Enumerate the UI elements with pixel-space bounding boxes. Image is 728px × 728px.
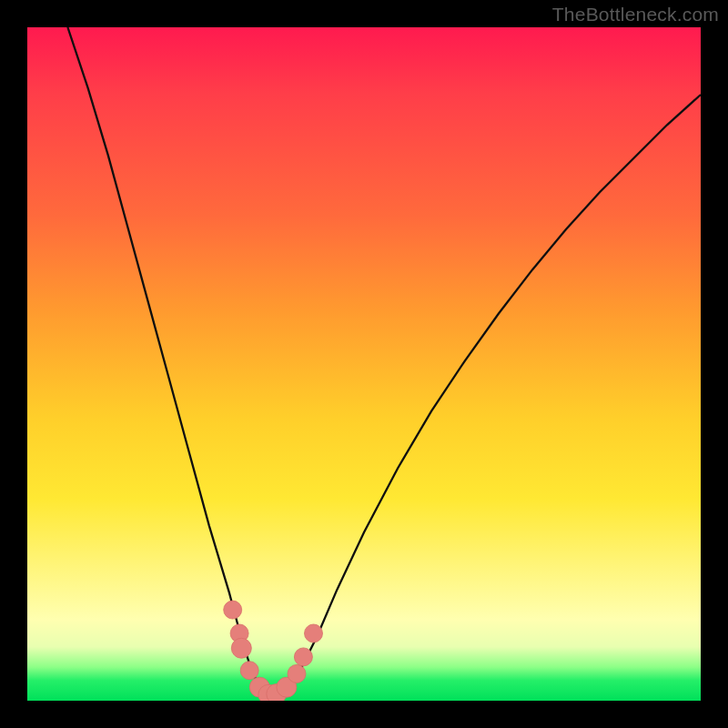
bottleneck-curve [67,27,701,699]
curve-svg [27,27,701,701]
data-markers [224,601,323,701]
watermark-text: TheBottleneck.com [552,4,719,25]
plot-area [27,27,701,701]
data-marker [305,624,323,642]
data-marker [294,648,312,666]
data-marker [224,601,242,619]
chart-frame: TheBottleneck.com [0,0,728,728]
data-marker [231,638,251,658]
data-marker [240,662,258,680]
data-marker [288,664,306,682]
